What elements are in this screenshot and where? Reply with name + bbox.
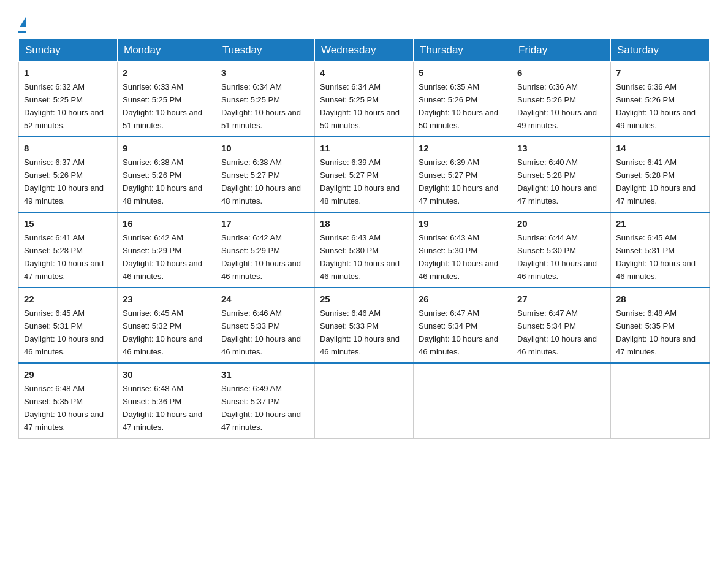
day-daylight: Daylight: 10 hours and 48 minutes.: [221, 183, 301, 205]
calendar-week-row: 1Sunrise: 6:32 AMSunset: 5:25 PMDaylight…: [19, 62, 710, 137]
day-number: 17: [221, 216, 309, 231]
calendar-cell: 28Sunrise: 6:48 AMSunset: 5:35 PMDayligh…: [611, 288, 710, 363]
calendar-cell: 12Sunrise: 6:39 AMSunset: 5:27 PMDayligh…: [414, 137, 512, 212]
day-number: 12: [419, 141, 507, 155]
day-daylight: Daylight: 10 hours and 47 minutes.: [221, 410, 301, 432]
day-number: 2: [123, 66, 211, 80]
day-sunrise: Sunrise: 6:33 AM: [123, 82, 183, 91]
day-sunrise: Sunrise: 6:45 AM: [616, 233, 677, 242]
day-daylight: Daylight: 10 hours and 47 minutes.: [616, 183, 696, 205]
day-number: 25: [320, 292, 408, 306]
calendar-cell: 6Sunrise: 6:36 AMSunset: 5:26 PMDaylight…: [512, 62, 611, 137]
day-number: 26: [419, 292, 507, 306]
day-number: 9: [123, 141, 211, 155]
logo-underline: [18, 31, 26, 33]
weekday-header-thursday: Thursday: [414, 39, 512, 62]
day-sunrise: Sunrise: 6:43 AM: [419, 233, 479, 242]
calendar-cell: 11Sunrise: 6:39 AMSunset: 5:27 PMDayligh…: [315, 137, 414, 212]
day-number: 28: [616, 292, 704, 306]
calendar-cell: 10Sunrise: 6:38 AMSunset: 5:27 PMDayligh…: [216, 137, 315, 212]
day-sunset: Sunset: 5:36 PM: [123, 397, 181, 406]
day-sunset: Sunset: 5:30 PM: [517, 246, 576, 255]
day-daylight: Daylight: 10 hours and 46 minutes.: [221, 259, 301, 281]
day-sunrise: Sunrise: 6:45 AM: [24, 308, 85, 318]
day-daylight: Daylight: 10 hours and 49 minutes.: [517, 108, 597, 130]
logo-triangle-icon: [20, 17, 26, 27]
day-number: 16: [123, 216, 211, 231]
day-daylight: Daylight: 10 hours and 46 minutes.: [320, 334, 400, 356]
day-daylight: Daylight: 10 hours and 47 minutes.: [419, 183, 498, 205]
calendar-cell: 18Sunrise: 6:43 AMSunset: 5:30 PMDayligh…: [315, 212, 414, 288]
day-sunrise: Sunrise: 6:48 AM: [123, 384, 183, 393]
day-daylight: Daylight: 10 hours and 50 minutes.: [320, 108, 400, 130]
day-number: 24: [221, 292, 309, 306]
day-daylight: Daylight: 10 hours and 50 minutes.: [419, 108, 498, 130]
calendar-cell: 19Sunrise: 6:43 AMSunset: 5:30 PMDayligh…: [414, 212, 512, 288]
day-sunrise: Sunrise: 6:46 AM: [221, 308, 282, 318]
calendar-cell: 23Sunrise: 6:45 AMSunset: 5:32 PMDayligh…: [118, 288, 216, 363]
day-sunset: Sunset: 5:30 PM: [419, 246, 477, 255]
day-daylight: Daylight: 10 hours and 46 minutes.: [419, 259, 498, 281]
day-sunset: Sunset: 5:34 PM: [419, 321, 477, 331]
day-number: 20: [517, 216, 605, 231]
day-daylight: Daylight: 10 hours and 48 minutes.: [320, 183, 400, 205]
weekday-header-wednesday: Wednesday: [315, 39, 414, 62]
page-header: [18, 12, 710, 33]
day-daylight: Daylight: 10 hours and 46 minutes.: [517, 334, 597, 356]
day-sunset: Sunset: 5:29 PM: [123, 246, 181, 255]
day-sunrise: Sunrise: 6:39 AM: [320, 158, 381, 167]
calendar-cell: 21Sunrise: 6:45 AMSunset: 5:31 PMDayligh…: [611, 212, 710, 288]
calendar-cell: 29Sunrise: 6:48 AMSunset: 5:35 PMDayligh…: [19, 363, 118, 438]
day-number: 29: [24, 367, 112, 381]
calendar-cell: 20Sunrise: 6:44 AMSunset: 5:30 PMDayligh…: [512, 212, 611, 288]
day-number: 1: [24, 66, 112, 80]
calendar-cell: 8Sunrise: 6:37 AMSunset: 5:26 PMDaylight…: [19, 137, 118, 212]
day-sunset: Sunset: 5:35 PM: [616, 321, 675, 331]
day-sunset: Sunset: 5:26 PM: [123, 170, 181, 180]
day-number: 11: [320, 141, 408, 155]
calendar-cell: 14Sunrise: 6:41 AMSunset: 5:28 PMDayligh…: [611, 137, 710, 212]
calendar-cell: 5Sunrise: 6:35 AMSunset: 5:26 PMDaylight…: [414, 62, 512, 137]
day-sunset: Sunset: 5:25 PM: [24, 95, 83, 104]
weekday-header-monday: Monday: [118, 39, 216, 62]
day-number: 15: [24, 216, 112, 231]
day-daylight: Daylight: 10 hours and 52 minutes.: [24, 108, 104, 130]
calendar-cell: 13Sunrise: 6:40 AMSunset: 5:28 PMDayligh…: [512, 137, 611, 212]
calendar-cell: 2Sunrise: 6:33 AMSunset: 5:25 PMDaylight…: [118, 62, 216, 137]
day-sunrise: Sunrise: 6:39 AM: [419, 158, 479, 167]
day-sunset: Sunset: 5:27 PM: [320, 170, 379, 180]
day-sunrise: Sunrise: 6:36 AM: [616, 82, 677, 91]
day-sunrise: Sunrise: 6:42 AM: [221, 233, 282, 242]
day-daylight: Daylight: 10 hours and 46 minutes.: [616, 259, 696, 281]
day-daylight: Daylight: 10 hours and 47 minutes.: [123, 410, 202, 432]
day-sunset: Sunset: 5:34 PM: [517, 321, 576, 331]
day-sunset: Sunset: 5:27 PM: [419, 170, 477, 180]
calendar-week-row: 29Sunrise: 6:48 AMSunset: 5:35 PMDayligh…: [19, 363, 710, 438]
day-number: 10: [221, 141, 309, 155]
weekday-header-saturday: Saturday: [611, 39, 710, 62]
day-daylight: Daylight: 10 hours and 48 minutes.: [123, 183, 202, 205]
day-sunrise: Sunrise: 6:44 AM: [517, 233, 578, 242]
calendar-cell: 3Sunrise: 6:34 AMSunset: 5:25 PMDaylight…: [216, 62, 315, 137]
calendar-cell: [315, 363, 414, 438]
day-sunrise: Sunrise: 6:45 AM: [123, 308, 183, 318]
calendar-cell: 24Sunrise: 6:46 AMSunset: 5:33 PMDayligh…: [216, 288, 315, 363]
weekday-header-friday: Friday: [512, 39, 611, 62]
day-sunrise: Sunrise: 6:34 AM: [320, 82, 381, 91]
day-sunrise: Sunrise: 6:49 AM: [221, 384, 282, 393]
day-sunset: Sunset: 5:25 PM: [123, 95, 181, 104]
day-sunset: Sunset: 5:33 PM: [221, 321, 280, 331]
day-number: 23: [123, 292, 211, 306]
day-sunrise: Sunrise: 6:36 AM: [517, 82, 578, 91]
day-daylight: Daylight: 10 hours and 46 minutes.: [419, 334, 498, 356]
day-sunset: Sunset: 5:28 PM: [517, 170, 576, 180]
day-daylight: Daylight: 10 hours and 47 minutes.: [517, 183, 597, 205]
calendar-cell: 7Sunrise: 6:36 AMSunset: 5:26 PMDaylight…: [611, 62, 710, 137]
weekday-header-sunday: Sunday: [19, 39, 118, 62]
calendar-cell: 27Sunrise: 6:47 AMSunset: 5:34 PMDayligh…: [512, 288, 611, 363]
day-sunset: Sunset: 5:26 PM: [616, 95, 675, 104]
day-sunset: Sunset: 5:26 PM: [517, 95, 576, 104]
day-sunset: Sunset: 5:35 PM: [24, 397, 83, 406]
day-daylight: Daylight: 10 hours and 47 minutes.: [616, 334, 696, 356]
logo: [18, 12, 26, 33]
